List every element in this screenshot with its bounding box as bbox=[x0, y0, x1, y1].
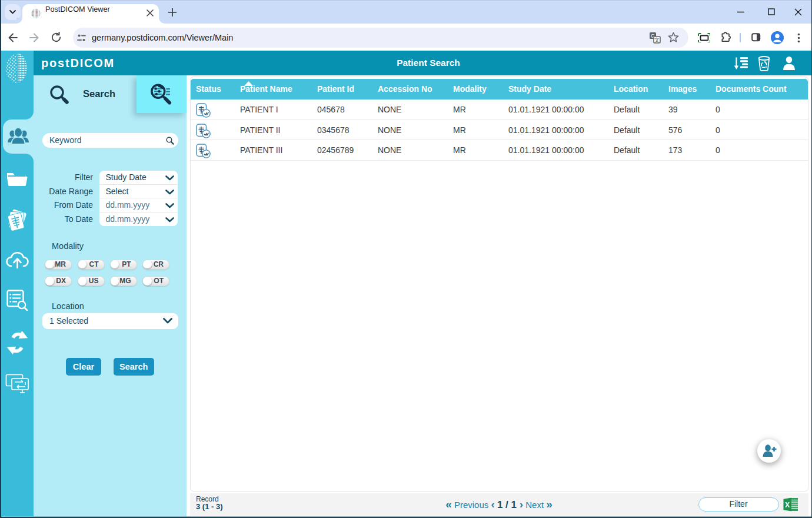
svg-text:X: X bbox=[785, 501, 790, 509]
svg-text:文: 文 bbox=[654, 37, 660, 43]
